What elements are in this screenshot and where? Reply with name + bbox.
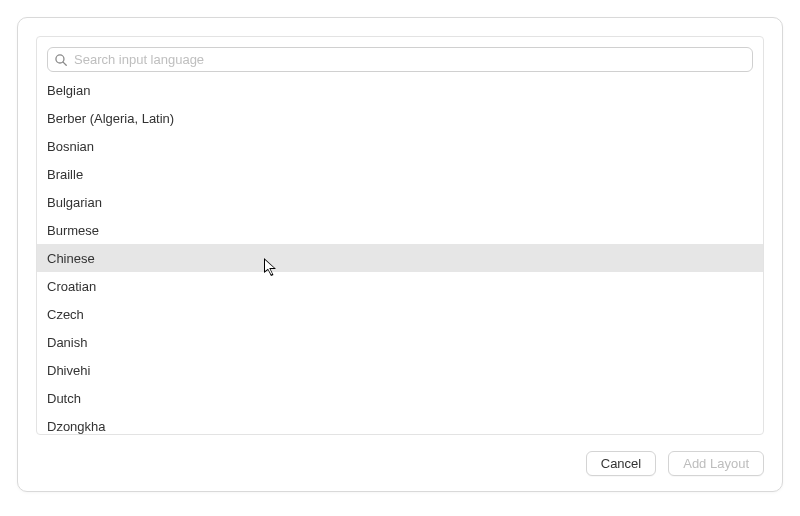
language-list[interactable]: BelgianBerber (Algeria, Latin)BosnianBra…: [37, 76, 763, 434]
language-item[interactable]: Bulgarian: [37, 188, 763, 216]
language-item[interactable]: Dzongkha: [37, 412, 763, 434]
language-item[interactable]: Croatian: [37, 272, 763, 300]
language-item-label: Chinese: [47, 251, 95, 266]
language-item[interactable]: Danish: [37, 328, 763, 356]
add-layout-button[interactable]: Add Layout: [668, 451, 764, 476]
language-item-label: Belgian: [47, 83, 90, 98]
language-item-label: Dhivehi: [47, 363, 90, 378]
cancel-button[interactable]: Cancel: [586, 451, 656, 476]
search-icon: [54, 53, 68, 67]
language-item[interactable]: Berber (Algeria, Latin): [37, 104, 763, 132]
language-item-label: Braille: [47, 167, 83, 182]
language-item-label: Danish: [47, 335, 87, 350]
language-item[interactable]: Dutch: [37, 384, 763, 412]
language-item[interactable]: Belgian: [37, 76, 763, 104]
language-item[interactable]: Czech: [37, 300, 763, 328]
language-item[interactable]: Chinese: [37, 244, 763, 272]
language-item[interactable]: Dhivehi: [37, 356, 763, 384]
language-item[interactable]: Burmese: [37, 216, 763, 244]
language-item-label: Bulgarian: [47, 195, 102, 210]
search-input[interactable]: [68, 52, 746, 67]
svg-line-1: [63, 62, 66, 65]
language-panel: BelgianBerber (Algeria, Latin)BosnianBra…: [36, 36, 764, 435]
language-item-label: Dutch: [47, 391, 81, 406]
language-item[interactable]: Braille: [37, 160, 763, 188]
language-item-label: Dzongkha: [47, 419, 106, 434]
language-item[interactable]: Bosnian: [37, 132, 763, 160]
language-item-label: Berber (Algeria, Latin): [47, 111, 174, 126]
language-item-label: Croatian: [47, 279, 96, 294]
add-input-language-dialog: BelgianBerber (Algeria, Latin)BosnianBra…: [17, 17, 783, 492]
language-item-label: Czech: [47, 307, 84, 322]
search-bar[interactable]: [47, 47, 753, 72]
dialog-button-row: Cancel Add Layout: [18, 435, 782, 491]
language-item-label: Bosnian: [47, 139, 94, 154]
language-item-label: Burmese: [47, 223, 99, 238]
